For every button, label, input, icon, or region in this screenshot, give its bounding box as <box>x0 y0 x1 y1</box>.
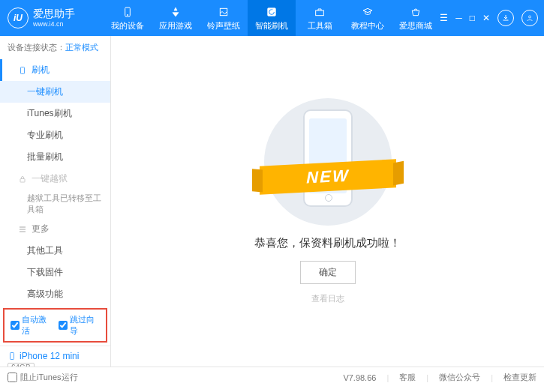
window-controls: ☰ ─ □ ✕ <box>440 10 544 26</box>
minimize-icon[interactable]: ─ <box>455 13 462 23</box>
checkbox-skip-guide[interactable]: 跳过向导 <box>59 314 101 337</box>
phone-icon <box>121 5 134 19</box>
version-label: V7.98.66 <box>343 373 376 382</box>
checkbox-input[interactable] <box>59 321 68 330</box>
main-nav: 我的设备 应用游戏 铃声壁纸 智能刷机 工具箱 教程中心 爱思商城 <box>104 0 440 36</box>
svg-rect-4 <box>316 10 324 16</box>
footer: 阻止iTunes运行 V7.98.66 | 客服 | 微信公众号 | 检查更新 <box>0 367 544 388</box>
svg-rect-8 <box>11 353 14 360</box>
connection-status: 设备连接状态：正常模式 <box>0 36 110 59</box>
logo-title: 爱思助手 <box>33 8 75 19</box>
checkbox-label: 阻止iTunes运行 <box>20 372 78 383</box>
toolbox-icon <box>313 5 326 19</box>
device-name: iPhone 12 mini <box>8 351 103 361</box>
svg-rect-7 <box>20 178 25 182</box>
sidebar-item-other[interactable]: 其他工具 <box>0 240 110 262</box>
tutorial-icon <box>361 5 374 19</box>
refresh-icon <box>265 5 278 19</box>
footer-service[interactable]: 客服 <box>399 372 416 383</box>
nav-label: 爱思商城 <box>399 20 432 31</box>
nav-toolbox[interactable]: 工具箱 <box>296 0 344 36</box>
lock-icon <box>18 175 27 184</box>
phone-icon <box>18 66 27 75</box>
wallpaper-icon <box>217 5 230 19</box>
checkbox-label: 跳过向导 <box>70 314 101 337</box>
checkbox-input[interactable] <box>11 321 20 330</box>
sidebar-item-oneclick[interactable]: 一键刷机 <box>0 81 110 103</box>
logo-icon: iU <box>8 7 29 28</box>
checkbox-input[interactable] <box>8 373 17 382</box>
user-button[interactable] <box>521 10 538 26</box>
section-jailbreak: 一键越狱 <box>0 168 110 190</box>
svg-rect-6 <box>21 67 25 73</box>
nav-label: 智能刷机 <box>255 20 288 31</box>
menu-icon[interactable]: ☰ <box>440 13 448 23</box>
svg-point-1 <box>128 14 128 15</box>
nav-flash[interactable]: 智能刷机 <box>248 0 296 36</box>
footer-wechat[interactable]: 微信公众号 <box>439 372 480 383</box>
view-log-link[interactable]: 查看日志 <box>311 293 344 304</box>
nav-apps[interactable]: 应用游戏 <box>152 0 200 36</box>
logo[interactable]: iU 爱思助手 www.i4.cn <box>0 7 104 28</box>
nav-label: 教程中心 <box>351 20 384 31</box>
section-label: 刷机 <box>32 64 50 76</box>
checkbox-block-itunes[interactable]: 阻止iTunes运行 <box>8 372 78 383</box>
device-capacity: 64GB <box>8 363 35 367</box>
device-block[interactable]: iPhone 12 mini 64GB Down-12mini-13,1 <box>0 346 110 367</box>
nav-tutorials[interactable]: 教程中心 <box>344 0 392 36</box>
sidebar-item-pro[interactable]: 专业刷机 <box>0 124 110 146</box>
sidebar-item-batch[interactable]: 批量刷机 <box>0 146 110 168</box>
sidebar: 设备连接状态：正常模式 刷机 一键刷机 iTunes刷机 专业刷机 批量刷机 一… <box>0 36 111 367</box>
nav-label: 工具箱 <box>308 20 332 31</box>
section-more[interactable]: 更多 <box>0 218 110 240</box>
checkbox-label: 自动激活 <box>22 314 53 337</box>
success-message: 恭喜您，保资料刷机成功啦！ <box>254 236 401 250</box>
main-content: NEW 恭喜您，保资料刷机成功啦！ 确定 查看日志 <box>111 36 544 367</box>
nav-label: 铃声壁纸 <box>207 20 240 31</box>
checkbox-auto-activate[interactable]: 自动激活 <box>11 314 53 337</box>
nav-ringtones[interactable]: 铃声壁纸 <box>200 0 248 36</box>
apps-icon <box>169 5 182 19</box>
phone-icon <box>8 352 17 361</box>
status-label: 设备连接状态： <box>8 43 65 52</box>
nav-my-device[interactable]: 我的设备 <box>104 0 152 36</box>
download-button[interactable] <box>497 10 514 26</box>
footer-update[interactable]: 检查更新 <box>503 372 536 383</box>
sidebar-item-advanced[interactable]: 高级功能 <box>0 283 110 305</box>
close-icon[interactable]: ✕ <box>482 13 490 23</box>
maximize-icon[interactable]: □ <box>470 13 475 23</box>
nav-store[interactable]: 爱思商城 <box>392 0 440 36</box>
section-label: 更多 <box>32 223 50 235</box>
section-flash[interactable]: 刷机 <box>0 59 110 81</box>
jailbreak-note: 越狱工具已转移至工具箱 <box>0 190 110 218</box>
logo-subtitle: www.i4.cn <box>33 20 75 28</box>
section-label: 一键越狱 <box>32 172 68 185</box>
list-icon <box>18 225 27 234</box>
options-row: 自动激活 跳过向导 <box>3 308 107 343</box>
success-illustration: NEW <box>264 98 392 226</box>
nav-label: 我的设备 <box>111 20 144 31</box>
sidebar-item-itunes[interactable]: iTunes刷机 <box>0 103 110 124</box>
device-name-text: iPhone 12 mini <box>20 351 79 361</box>
titlebar: iU 爱思助手 www.i4.cn 我的设备 应用游戏 铃声壁纸 智能刷机 工具… <box>0 0 544 36</box>
ok-button[interactable]: 确定 <box>300 261 356 284</box>
svg-point-5 <box>529 16 531 18</box>
nav-label: 应用游戏 <box>159 20 192 31</box>
sidebar-item-download[interactable]: 下载固件 <box>0 262 110 283</box>
status-value: 正常模式 <box>65 43 98 52</box>
store-icon <box>409 5 422 19</box>
